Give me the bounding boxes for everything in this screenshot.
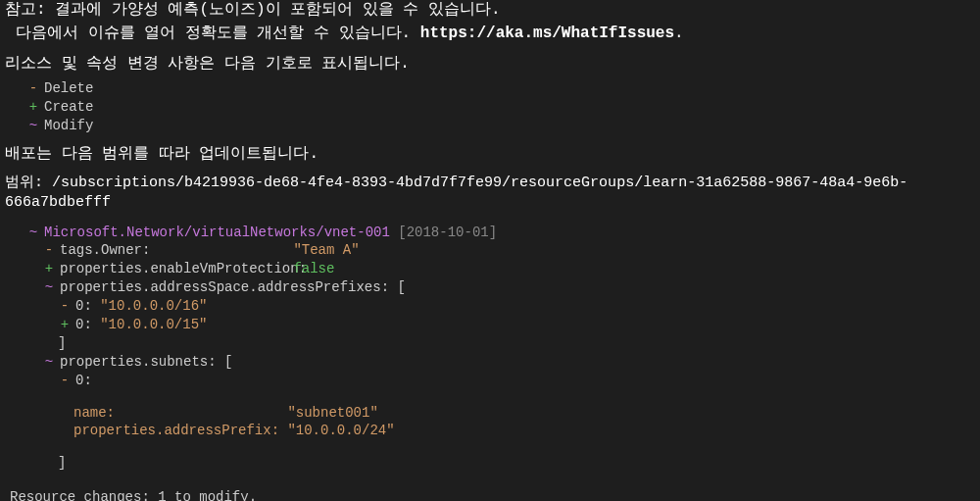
prop-val: "10.0.0.0/16" [100, 298, 207, 314]
blank-line [5, 440, 975, 454]
legend-modify-label: Modify [44, 118, 93, 133]
whatif-issues-link[interactable]: https://aka.ms/WhatIfIssues [420, 25, 674, 42]
blank-line [5, 390, 975, 404]
prop-tags-owner: -tags.Owner: "Team A" [42, 241, 975, 260]
prop-val: "10.0.0.0/24" [287, 423, 394, 438]
prop-key: tags.Owner: [60, 241, 285, 260]
minus-icon: - [42, 241, 56, 260]
prop-address-prefixes: ~properties.addressSpace.addressPrefixes… [42, 278, 975, 297]
subnet-name: name: "subnet001" [74, 404, 975, 423]
plus-icon: + [42, 260, 56, 278]
legend-title: 리소스 및 속성 변경 사항은 다음 기호로 표시됩니다. [5, 54, 975, 75]
legend-delete-label: Delete [44, 80, 93, 96]
prop-key: properties.addressSpace.addressPrefixes:… [60, 279, 406, 295]
legend-create-label: Create [44, 99, 93, 115]
minus-icon: - [26, 79, 40, 98]
prop-key: properties.enableVmProtection: [60, 260, 285, 278]
prop-val: false [293, 261, 334, 276]
scope-line: 범위: /subscriptions/b4219936-de68-4fe4-83… [5, 174, 975, 214]
tilde-icon: ~ [42, 278, 56, 297]
prop-subnets: ~properties.subnets: [ [42, 353, 975, 372]
close-bracket: ] [58, 334, 975, 353]
prop-val: "subnet001" [287, 405, 377, 421]
legend-delete: -Delete [26, 79, 975, 98]
plus-icon: + [26, 98, 40, 117]
tilde-icon: ~ [26, 117, 40, 135]
tilde-icon: ~ [42, 353, 56, 372]
prop-val: "Team A" [293, 242, 359, 258]
prop-val: "10.0.0.0/15" [100, 317, 207, 332]
legend-block: -Delete +Create ~Modify [26, 79, 975, 135]
ap-add: +0: "10.0.0.0/15" [58, 316, 975, 334]
resource-header: ~Microsoft.Network/virtualNetworks/vnet-… [26, 224, 975, 242]
summary-line: Resource changes: 1 to modify. [10, 488, 975, 501]
scope-path: /subscriptions/b4219936-de68-4fe4-8393-4… [5, 175, 907, 211]
deploy-title: 배포는 다음 범위를 따라 업데이트됩니다. [5, 144, 975, 166]
prop-key: 0: [75, 317, 92, 332]
scope-label: 범위: [5, 175, 43, 191]
subnet-delete: -0: [58, 372, 975, 390]
resource-api: [2018-10-01] [398, 225, 497, 240]
legend-create: +Create [26, 98, 975, 117]
tilde-icon: ~ [26, 224, 40, 242]
improve-line: 다음에서 이슈를 열어 정확도를 개선할 수 있습니다. https://aka… [16, 24, 975, 45]
prop-key: 0: [75, 373, 92, 388]
prop-key: name: [74, 404, 279, 423]
prop-key: properties.addressPrefix: [74, 422, 279, 440]
improve-prefix: 다음에서 이슈를 열어 정확도를 개선할 수 있습니다. [16, 25, 420, 42]
prop-key: 0: [75, 298, 92, 314]
legend-modify: ~Modify [26, 117, 975, 135]
resource-id: Microsoft.Network/virtualNetworks/vnet-0… [44, 225, 390, 240]
ap-delete: -0: "10.0.0.0/16" [58, 297, 975, 316]
improve-suffix: . [674, 25, 684, 42]
close-bracket: ] [58, 454, 975, 473]
minus-icon: - [58, 372, 72, 390]
prop-enable-vm: +properties.enableVmProtection: false [42, 260, 975, 278]
minus-icon: - [58, 297, 72, 316]
plus-icon: + [58, 316, 72, 334]
prop-key: properties.subnets: [ [60, 354, 232, 370]
subnet-addr-prefix: properties.addressPrefix: "10.0.0.0/24" [74, 422, 975, 440]
note-line: 참고: 결과에 가양성 예측(노이즈)이 포함되어 있을 수 있습니다. [5, 0, 975, 22]
